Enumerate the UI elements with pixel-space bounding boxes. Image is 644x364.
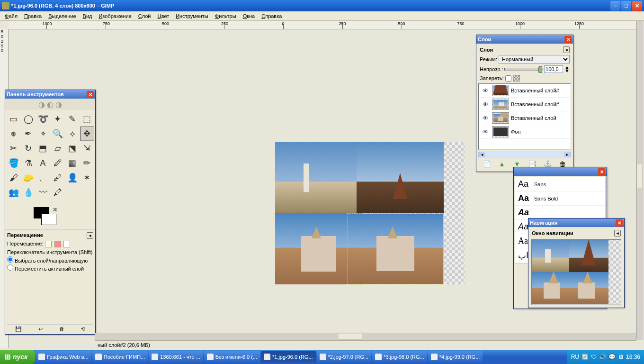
move-layer-icon[interactable] [45, 241, 52, 247]
tool-0[interactable]: ▭ [7, 112, 21, 126]
start-button[interactable]: пуск [0, 350, 35, 364]
tool-33[interactable]: 🖍 [51, 185, 65, 200]
tool-7[interactable]: ✒ [21, 127, 36, 141]
visibility-icon[interactable]: 👁 [481, 128, 490, 136]
vertical-scrollbar[interactable] [636, 21, 644, 340]
tool-17[interactable]: ⇲ [80, 141, 94, 155]
layers-menu-icon[interactable]: ◂ [563, 46, 570, 53]
opacity-field[interactable] [544, 65, 563, 73]
visibility-icon[interactable]: 👁 [481, 115, 490, 122]
menu-инструменты[interactable]: Инструменты [173, 12, 211, 20]
layers-close-icon[interactable]: ✕ [564, 36, 572, 43]
taskbar-item[interactable]: 1360:661 - что ... [149, 351, 203, 363]
raise-layer-icon[interactable]: ▲ [497, 159, 507, 169]
menu-файл[interactable]: Файл [2, 12, 20, 20]
tray-icon[interactable]: 🖥 [618, 354, 624, 360]
taskbar-item[interactable]: *4.jpg-99.0 (RG... [428, 351, 483, 363]
tool-14[interactable]: ⬒ [36, 141, 50, 155]
swap-colors-icon[interactable]: ⤭ [53, 206, 57, 213]
color-swatches[interactable]: ⤭ [34, 203, 95, 227]
radio-move-active[interactable]: Переместить активный слой [7, 264, 93, 272]
fonts-close-icon[interactable]: ✕ [598, 168, 605, 175]
layer-row[interactable]: 👁Вставленный слой# [479, 84, 571, 98]
tool-3[interactable]: ✦ [51, 112, 65, 126]
tool-4[interactable]: ✎ [65, 112, 80, 126]
tool-23[interactable]: ✏ [80, 156, 94, 170]
tray-icon[interactable]: 🔊 [599, 354, 606, 360]
navigation-close-icon[interactable]: ✕ [616, 219, 623, 227]
taskbar-item[interactable]: *3.jpg-98.0 (RG... [372, 351, 427, 363]
navigation-panel[interactable]: Навигация ✕ Окно навигации ◂ [528, 218, 625, 308]
horizontal-scrollbar[interactable] [95, 333, 636, 340]
taskbar-item[interactable]: Пособие ГИМП... [92, 351, 148, 363]
tool-27[interactable]: 🖋 [51, 171, 65, 185]
navigation-menu-icon[interactable]: ◂ [614, 230, 621, 237]
layer-row[interactable]: 👁Вставленный слой [479, 111, 571, 125]
toolbox-close-icon[interactable]: ✕ [87, 91, 94, 98]
mode-select[interactable]: Нормальный [499, 55, 570, 64]
image-canvas[interactable] [275, 142, 465, 284]
tool-10[interactable]: ⟡ [65, 127, 80, 141]
tool-2[interactable]: ➰ [36, 112, 50, 126]
new-layer-icon[interactable]: 📄 [482, 159, 492, 169]
tool-26[interactable]: 、 [36, 171, 50, 185]
tool-opt-revert-icon[interactable]: ↩ [38, 326, 43, 332]
tool-6[interactable]: ⎈ [7, 127, 21, 141]
clock[interactable]: 16:36 [626, 354, 640, 360]
opacity-slider[interactable] [504, 68, 543, 71]
navigation-preview[interactable] [531, 239, 621, 305]
tool-24[interactable]: 🖌 [7, 171, 21, 185]
tool-31[interactable]: 💧 [21, 185, 36, 200]
tool-30[interactable]: 👥 [7, 185, 21, 200]
tool-options-chevron-icon[interactable]: ◂ [87, 232, 93, 239]
lock-pixels-checkbox[interactable] [505, 75, 511, 82]
tool-opt-reset-icon[interactable]: ⟲ [81, 326, 85, 332]
tool-13[interactable]: ↻ [21, 141, 36, 155]
taskbar-item[interactable]: Графика Web в... [36, 351, 91, 363]
visibility-icon[interactable]: 👁 [481, 87, 490, 94]
maximize-button[interactable]: □ [621, 1, 631, 11]
selection-marquee[interactable] [347, 213, 444, 284]
menu-вид[interactable]: Вид [80, 12, 95, 20]
tool-18[interactable]: 🪣 [7, 156, 21, 170]
tray-icon[interactable]: 💬 [608, 354, 616, 360]
layer-row[interactable]: 👁Фон [479, 125, 571, 139]
layer-hscroll[interactable]: ◄ ► [478, 152, 571, 157]
tool-29[interactable]: ✶ [80, 171, 94, 185]
menu-справка[interactable]: Справка [259, 12, 285, 20]
tool-8[interactable]: ⌖ [36, 127, 50, 141]
menu-слой[interactable]: Слой [135, 12, 154, 20]
tool-28[interactable]: 👤 [65, 171, 80, 185]
minimize-button[interactable]: – [610, 1, 620, 11]
system-tray[interactable]: RU 🔃 🛡 🔊 💬 🖥 16:36 [567, 350, 644, 364]
visibility-icon[interactable]: 👁 [481, 101, 490, 108]
menu-правка[interactable]: Правка [21, 12, 45, 20]
layer-list[interactable]: 👁Вставленный слой#👁Вставленный слой#👁Вст… [478, 83, 571, 150]
tool-25[interactable]: 🧽 [21, 171, 36, 185]
font-item[interactable]: AaSans [515, 177, 605, 191]
tool-22[interactable]: ▦ [65, 156, 80, 170]
tool-9[interactable]: 🔍 [51, 127, 65, 141]
tool-opt-save-icon[interactable]: 💾 [15, 326, 22, 332]
menu-цвет[interactable]: Цвет [155, 12, 172, 20]
tool-15[interactable]: ▱ [51, 141, 65, 155]
opacity-down-icon[interactable]: ▼ [564, 69, 570, 73]
tool-21[interactable]: 🖉 [51, 156, 65, 170]
taskbar-item[interactable]: *2.jpg-97.0 (RG... [317, 351, 372, 363]
tool-20[interactable]: A [36, 156, 50, 170]
layers-panel[interactable]: Слои ✕ Слои ◂ Режим: Нормальный Непрозр.… [476, 35, 573, 172]
tray-icon[interactable]: 🛡 [591, 354, 597, 360]
taskbar-item[interactable]: *1.jpg-96.0 (RG... [261, 351, 316, 363]
taskbar-item[interactable]: Без имени-6.0 (... [204, 351, 260, 363]
move-selection-icon[interactable] [54, 241, 61, 247]
tool-32[interactable]: 〰 [36, 185, 50, 200]
tool-16[interactable]: ⬔ [65, 141, 80, 155]
fonts-title[interactable] [515, 169, 598, 174]
menu-изображение[interactable]: Изображение [96, 12, 134, 20]
titlebar[interactable]: *1.jpg-96.0 (RGB, 4 слоя) 800x600 – GIMP… [0, 0, 644, 11]
radio-select-layer[interactable]: Выбрать слой/направляющую [7, 256, 93, 264]
tool-5[interactable]: ⬚ [80, 112, 94, 126]
layer-row[interactable]: 👁Вставленный слой# [479, 98, 571, 111]
tray-icon[interactable]: 🔃 [581, 354, 589, 360]
tool-19[interactable]: ⚗ [21, 156, 36, 170]
